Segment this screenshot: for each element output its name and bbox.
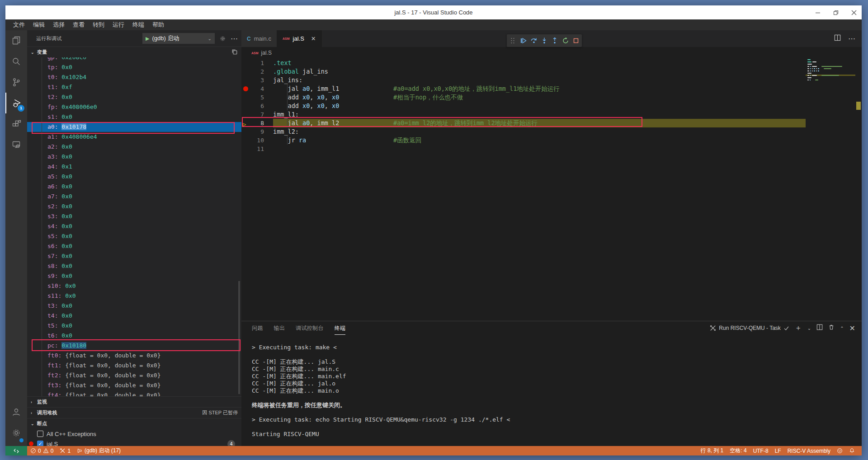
variable-row-ft1[interactable]: ft1: {float = 0x0, double = 0x0} (27, 361, 241, 371)
encoding-status[interactable]: UTF-8 (750, 446, 772, 455)
variable-row-s10[interactable]: s10: 0x0 (27, 281, 241, 291)
step-out-icon[interactable] (550, 36, 559, 45)
variable-row-gp[interactable]: gp: 0x208c0 (27, 57, 241, 62)
panel-tab-问题[interactable]: 问题 (252, 322, 263, 334)
variable-row-t0[interactable]: t0: 0x102b4 (27, 72, 241, 82)
breadcrumb[interactable]: ASM jal.S (241, 47, 862, 59)
language-mode-status[interactable]: RISC-V Assembly (784, 446, 834, 455)
problems-status[interactable]: 0 0 (27, 446, 57, 455)
gutter[interactable] (241, 136, 251, 145)
variable-row-t1[interactable]: t1: 0xf (27, 82, 241, 92)
maximize-panel-icon[interactable]: ⌃ (840, 326, 844, 331)
variable-row-s5[interactable]: s5: 0x0 (27, 231, 241, 241)
variable-row-s4[interactable]: s4: 0x0 (27, 221, 241, 231)
menu-item-查看[interactable]: 查看 (69, 19, 89, 30)
code-line-2[interactable]: 2.global jal_ins (241, 67, 862, 76)
breakpoint-glyph[interactable] (241, 84, 251, 93)
gutter[interactable] (241, 145, 251, 153)
code-line-7[interactable]: 7imm_l1: (241, 110, 862, 119)
code-line-6[interactable]: 6 add x0, x0, x0 (241, 102, 862, 110)
editor-more-actions-icon[interactable]: ⋯ (848, 34, 855, 43)
variable-row-t5[interactable]: t5: 0x0 (27, 321, 241, 331)
extensions-icon[interactable] (5, 113, 27, 134)
gutter[interactable] (241, 93, 251, 102)
breakpoint-exceptions-row[interactable]: All C++ Exceptions (27, 429, 241, 439)
close-panel-icon[interactable]: ✕ (849, 324, 855, 333)
menu-item-编辑[interactable]: 编辑 (29, 19, 49, 30)
step-into-icon[interactable] (540, 36, 549, 45)
breakpoints-section-header[interactable]: ⌄ 断点 (27, 418, 241, 429)
variable-row-a3[interactable]: a3: 0x0 (27, 152, 241, 162)
notifications-bell-icon[interactable] (846, 446, 858, 455)
variable-row-pc[interactable]: pc: 0x10180 (27, 341, 241, 351)
search-icon[interactable] (5, 51, 27, 72)
variable-row-tp[interactable]: tp: 0x0 (27, 62, 241, 72)
current-position-arrow[interactable]: ▷ (241, 119, 251, 127)
cursor-position-status[interactable]: 行 8, 列 1 (698, 446, 727, 455)
code-editor[interactable]: 1.text2.global jal_ins3jal_ins:4 jal a0,… (241, 59, 862, 321)
panel-tab-输出[interactable]: 输出 (274, 322, 285, 334)
exceptions-checkbox[interactable] (37, 431, 43, 437)
breakpoint-file-row[interactable]: ✓ jal.S 4 (27, 439, 241, 446)
terminal-output[interactable]: > Executing task: make < CC -[M] 正在构建...… (241, 335, 862, 446)
callstack-section-header[interactable]: › 调用堆栈 因 STEP 已暂停 (27, 407, 241, 418)
variables-section-header[interactable]: ⌄ 变量 (27, 47, 241, 57)
new-terminal-icon[interactable]: ＋ (795, 324, 802, 333)
variable-row-ft3[interactable]: ft3: {float = 0x0, double = 0x0} (27, 380, 241, 390)
launch-config-dropdown[interactable]: ▶ (gdb) 启动 ⌄ (142, 33, 215, 44)
variable-row-a7[interactable]: a7: 0x0 (27, 192, 241, 202)
restore-button[interactable] (833, 9, 839, 16)
code-line-4[interactable]: 4 jal a0, imm_l1#a0=add x0,x0,x0的地址，跳转到i… (241, 84, 862, 93)
remote-indicator[interactable] (5, 446, 27, 455)
variable-row-a6[interactable]: a6: 0x0 (27, 182, 241, 192)
variable-row-fp[interactable]: fp: 0x408006e0 (27, 102, 241, 112)
stop-icon[interactable] (571, 36, 580, 45)
split-terminal-icon[interactable] (816, 324, 823, 332)
gutter[interactable] (241, 76, 251, 84)
variable-row-ft0[interactable]: ft0: {float = 0x0, double = 0x0} (27, 351, 241, 361)
gutter[interactable] (241, 102, 251, 110)
feedback-icon[interactable] (834, 446, 846, 455)
menu-item-文件[interactable]: 文件 (9, 19, 29, 30)
code-line-8[interactable]: ▷8 jal a0, imm_l2#a0=imm_l2的地址，跳转到imm_l2… (241, 119, 862, 127)
continue-icon[interactable] (519, 36, 528, 45)
sidebar-scrollbar[interactable] (238, 281, 240, 394)
close-button[interactable] (851, 9, 857, 16)
minimize-button[interactable] (815, 9, 821, 16)
explorer-icon[interactable] (5, 30, 27, 51)
variable-row-ft4[interactable]: ft4: {float = 0x0, double = 0x0} (27, 390, 241, 396)
variable-row-t2[interactable]: t2: 0x0 (27, 92, 241, 102)
tasks-status[interactable]: 1 (57, 446, 74, 455)
gutter[interactable] (241, 127, 251, 136)
source-control-icon[interactable] (5, 72, 27, 93)
menu-item-运行[interactable]: 运行 (108, 19, 128, 30)
variable-row-s11[interactable]: s11: 0x0 (27, 291, 241, 301)
variable-row-ft2[interactable]: ft2: {float = 0x0, double = 0x0} (27, 371, 241, 380)
overview-ruler[interactable] (855, 59, 862, 321)
remote-explorer-icon[interactable] (5, 134, 27, 155)
debug-session-status[interactable]: (gdb) 启动 (17) (74, 446, 124, 455)
gutter[interactable] (241, 59, 251, 67)
gutter[interactable] (241, 67, 251, 76)
kill-terminal-icon[interactable] (828, 324, 835, 332)
code-line-5[interactable]: 5 add x0, x0, x0#相当于nop，什么也不做 (241, 93, 862, 102)
variable-row-s1[interactable]: s1: 0x0 (27, 112, 241, 122)
panel-tab-调试控制台[interactable]: 调试控制台 (296, 322, 324, 334)
variable-row-s9[interactable]: s9: 0x0 (27, 271, 241, 281)
variable-row-s2[interactable]: s2: 0x0 (27, 202, 241, 211)
variable-row-t3[interactable]: t3: 0x0 (27, 301, 241, 311)
code-line-9[interactable]: 9imm_l2: (241, 127, 862, 136)
start-debug-icon[interactable]: ▶ (146, 36, 149, 42)
menu-item-帮助[interactable]: 帮助 (148, 19, 168, 30)
terminal-task-label[interactable]: Run RISCV-QEMU - Task (710, 325, 789, 331)
collapse-all-icon[interactable] (231, 49, 238, 56)
menu-item-选择[interactable]: 选择 (49, 19, 69, 30)
accounts-icon[interactable] (5, 402, 27, 422)
variable-row-a4[interactable]: a4: 0x1 (27, 162, 241, 172)
variable-row-a1[interactable]: a1: 0x408006e4 (27, 132, 241, 142)
restart-icon[interactable] (561, 36, 570, 45)
tab-jal-s[interactable]: ASM jal.S ✕ (277, 30, 322, 47)
variable-row-a5[interactable]: a5: 0x0 (27, 172, 241, 182)
eol-status[interactable]: LF (772, 446, 784, 455)
code-line-11[interactable]: 11 (241, 145, 862, 153)
